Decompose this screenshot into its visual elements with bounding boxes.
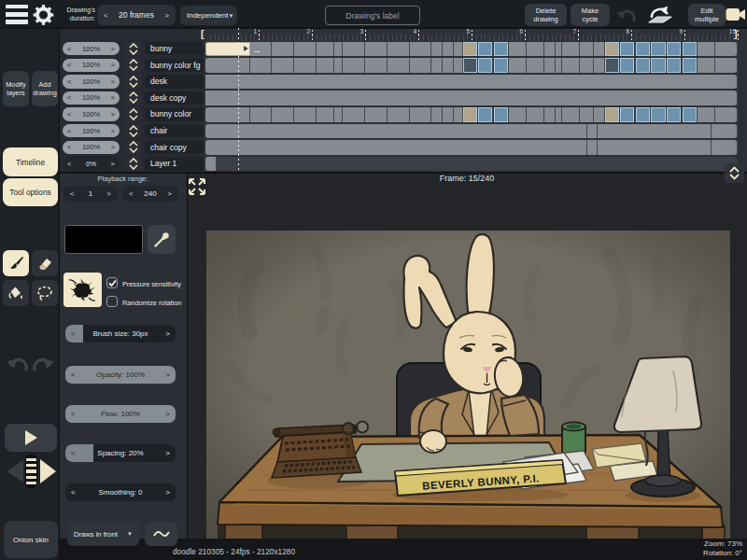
frame-cell[interactable] [454, 42, 463, 57]
layer-name[interactable]: bunny color fg [145, 59, 204, 72]
opacity-increase[interactable]: > [111, 127, 115, 135]
layer-reorder-handle[interactable] [124, 141, 142, 154]
layer-name[interactable]: desk [145, 75, 204, 88]
extend-drawing-arrow[interactable]: → [252, 46, 262, 54]
frame-cell[interactable] [562, 58, 580, 73]
frame-cell[interactable] [478, 42, 492, 57]
layer-name[interactable]: bunny [145, 42, 204, 55]
frame-cell[interactable] [334, 42, 344, 57]
frame-cell[interactable] [620, 42, 634, 57]
slider-decrease[interactable]: < [71, 329, 76, 338]
frame-cell[interactable] [620, 58, 634, 73]
frame-cell[interactable] [272, 42, 294, 57]
slider-brush-size[interactable]: <Brush size: 30px> [65, 325, 176, 343]
layer-opacity-control[interactable]: <100%> [63, 107, 120, 120]
redo-sidebar-icon[interactable] [32, 355, 54, 375]
frame-cell[interactable] [494, 58, 508, 73]
camera-icon[interactable] [726, 5, 746, 24]
frame-cell[interactable] [250, 107, 273, 122]
frame-cell[interactable] [494, 42, 508, 57]
frame-cell[interactable] [509, 107, 527, 122]
frame-cell[interactable] [651, 42, 665, 57]
eyedropper-button[interactable] [148, 225, 176, 254]
animation-frame[interactable]: BEVERLY BUNNY, P.I. [206, 231, 730, 539]
playhead[interactable] [238, 28, 239, 173]
frame-cell[interactable] [294, 42, 317, 57]
frame-cell[interactable] [478, 107, 492, 122]
opacity-decrease[interactable]: < [67, 127, 71, 135]
frame-cell[interactable] [556, 107, 562, 122]
opacity-increase[interactable]: > [111, 45, 115, 53]
draws-in-front-dropdown[interactable]: Draws in front ▼ [67, 522, 139, 546]
layer-reorder-handle[interactable] [124, 42, 142, 55]
frame-cell[interactable] [431, 107, 443, 122]
frame-cell[interactable] [205, 42, 250, 57]
edit-multiple-button[interactable]: Edit multiple [688, 4, 726, 26]
slider-increase[interactable]: > [165, 410, 170, 418]
canvas-area[interactable]: BEVERLY BUNNY, P.I. [187, 173, 747, 539]
opacity-decrease[interactable]: < [67, 160, 71, 168]
slider-decrease[interactable]: < [71, 449, 76, 457]
frame-cell[interactable] [205, 91, 738, 105]
duration-increase[interactable]: > [164, 11, 169, 20]
slider-increase[interactable]: > [165, 371, 170, 379]
frame-cell[interactable] [410, 42, 432, 57]
duration-stepper[interactable]: < 20 frames > [97, 5, 176, 25]
layer-name[interactable]: bunny color [145, 107, 204, 120]
slider-smoothing[interactable]: <Smoothing: 0> [65, 483, 176, 501]
opacity-decrease[interactable]: < [67, 45, 71, 53]
play-button[interactable] [5, 424, 57, 452]
frame-cell[interactable] [715, 58, 738, 73]
layer-track[interactable] [205, 140, 738, 155]
brush-tool-button[interactable] [3, 250, 29, 276]
frame-cell[interactable] [272, 107, 294, 122]
frame-cell[interactable] [463, 58, 477, 73]
slider-spacing[interactable]: <Spacing: 20%> [65, 444, 176, 462]
layer-track[interactable] [205, 58, 738, 73]
frame-cell[interactable] [388, 58, 410, 73]
frame-cell[interactable] [598, 140, 711, 155]
frame-cell[interactable] [431, 58, 443, 73]
frame-cell[interactable] [556, 42, 562, 57]
slider-increase[interactable]: > [165, 449, 170, 457]
frame-cell[interactable] [478, 58, 492, 73]
mode-dropdown[interactable]: Independent ▼ [180, 6, 237, 25]
frame-cell[interactable] [715, 42, 738, 57]
frame-cell[interactable] [620, 107, 634, 122]
make-cycle-button[interactable]: Make cycle [571, 4, 610, 26]
opacity-increase[interactable]: > [111, 77, 115, 86]
opacity-increase[interactable]: > [111, 110, 115, 119]
playback-start-stepper[interactable]: < 1 > [63, 186, 118, 202]
expand-canvas-icon[interactable] [187, 175, 207, 198]
layer-reorder-handle[interactable] [124, 124, 142, 137]
frame-cell[interactable] [636, 107, 650, 122]
frame-cell[interactable] [365, 107, 388, 122]
step-back-button[interactable] [4, 457, 25, 485]
frame-cell[interactable] [454, 58, 463, 73]
slider-increase[interactable]: > [165, 488, 170, 497]
undo-sidebar-icon[interactable] [7, 355, 29, 375]
frame-cell[interactable] [594, 107, 605, 122]
frame-cell[interactable] [605, 58, 619, 73]
frame-cell[interactable] [317, 42, 334, 57]
frame-cell[interactable] [636, 58, 650, 73]
layer-opacity-control[interactable]: <100%> [63, 59, 120, 72]
frame-cell[interactable] [463, 107, 477, 122]
opacity-decrease[interactable]: < [67, 110, 71, 119]
frame-cell[interactable] [562, 42, 580, 57]
menu-icon[interactable] [6, 5, 28, 24]
frame-cell[interactable] [667, 58, 681, 73]
frame-cell[interactable] [205, 58, 250, 73]
frame-cell[interactable] [317, 58, 334, 73]
pressure-sensitivity-checkbox[interactable] [106, 277, 118, 288]
color-swatch[interactable] [64, 225, 143, 254]
layer-track[interactable] [205, 75, 738, 90]
frame-cell[interactable] [605, 42, 619, 57]
frame-cell[interactable] [365, 42, 388, 57]
fill-tool-button[interactable] [3, 280, 29, 306]
opacity-increase[interactable]: > [111, 93, 115, 102]
frame-cell[interactable] [636, 42, 650, 57]
frame-cell[interactable] [712, 124, 739, 139]
frame-cell[interactable] [509, 42, 527, 57]
frame-cell[interactable] [443, 42, 454, 57]
